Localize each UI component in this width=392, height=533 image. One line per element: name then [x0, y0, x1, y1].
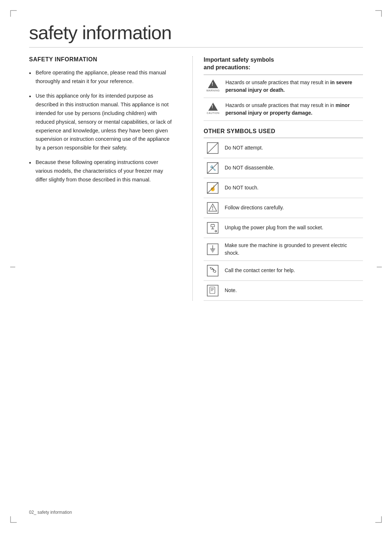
- caution-description: Hazards or unsafe practices that may res…: [225, 102, 329, 108]
- svg-rect-27: [210, 287, 215, 294]
- page: safety information SAFETY INFORMATION Be…: [0, 0, 392, 533]
- side-dash-left: [10, 267, 15, 267]
- note-icon: [207, 284, 219, 297]
- svg-line-1: [207, 143, 218, 153]
- table-row: Note.: [204, 280, 363, 300]
- side-dash-right: [377, 267, 382, 267]
- corner-mark-br: [375, 516, 382, 523]
- other-symbols-title: OTHER SYMBOLS USED: [204, 128, 363, 135]
- call-center-icon-cell: [204, 261, 222, 280]
- note-icon-cell: [204, 280, 222, 300]
- warning-description: Hazards or unsafe practices that may res…: [225, 79, 329, 85]
- vertical-divider: [192, 56, 193, 301]
- grounding-icon: [207, 243, 219, 255]
- table-row: Do NOT attempt.: [204, 138, 363, 158]
- list-item: Because these following operating instru…: [29, 158, 174, 184]
- svg-point-11: [212, 209, 213, 210]
- important-symbols-header: Important safety symbols and precautions…: [204, 56, 363, 75]
- table-row: ☝ Do NOT touch.: [204, 178, 363, 198]
- warning-icon: WARNING: [207, 80, 220, 93]
- page-header: safety information: [29, 22, 363, 48]
- do-not-touch-icon-cell: ☝: [204, 178, 222, 198]
- list-item: Use this appliance only for its intended…: [29, 92, 174, 152]
- table-row: Follow directions carefully.: [204, 198, 363, 218]
- caution-icon-cell: CAUTION: [204, 98, 222, 120]
- follow-directions-icon-cell: [204, 198, 222, 218]
- do-not-disassemble-text: Do NOT disassemble.: [222, 158, 363, 178]
- important-symbols-title: Important safety symbols and precautions…: [204, 56, 363, 71]
- caution-icon: CAUTION: [207, 103, 220, 116]
- do-not-attempt-text: Do NOT attempt.: [222, 138, 363, 158]
- unplug-icon-cell: [204, 218, 222, 238]
- warning-triangle: [208, 79, 218, 88]
- content-columns: SAFETY INFORMATION Before operating the …: [29, 56, 363, 301]
- do-not-disassemble-icon-cell: 🔧: [204, 158, 222, 178]
- grounding-text: Make sure the machine is grounded to pre…: [222, 238, 363, 261]
- svg-rect-13: [211, 225, 215, 227]
- svg-line-4: [207, 163, 218, 173]
- svg-rect-25: [207, 265, 218, 276]
- do-not-touch-text: Do NOT touch.: [222, 178, 363, 198]
- page-title: safety information: [29, 22, 363, 44]
- corner-mark-tl: [10, 10, 17, 17]
- right-column: Important safety symbols and precautions…: [196, 56, 363, 301]
- caution-text-cell: Hazards or unsafe practices that may res…: [222, 98, 363, 120]
- table-row: Call the contact center for help.: [204, 261, 363, 280]
- footer-text: 02_ safety information: [29, 510, 72, 515]
- caution-row: CAUTION Hazards or unsafe practices that…: [204, 98, 363, 120]
- left-column: SAFETY INFORMATION Before operating the …: [29, 56, 189, 190]
- do-not-disassemble-icon: 🔧: [207, 162, 219, 174]
- warning-row: WARNING Hazards or unsafe practices that…: [204, 75, 363, 98]
- caution-triangle: [208, 103, 218, 111]
- unplug-icon: [207, 222, 219, 234]
- grounding-icon-cell: [204, 238, 222, 261]
- do-not-attempt-icon: [207, 142, 219, 154]
- note-text: Note.: [222, 280, 363, 300]
- call-center-text: Call the contact center for help.: [222, 261, 363, 280]
- safety-info-heading: SAFETY INFORMATION: [29, 56, 174, 63]
- warning-text-cell: Hazards or unsafe practices that may res…: [222, 75, 363, 98]
- caution-label: CAUTION: [207, 111, 220, 115]
- follow-directions-text: Follow directions carefully.: [222, 198, 363, 218]
- table-row: Unplug the power plug from the wall sock…: [204, 218, 363, 238]
- page-footer: 02_ safety information: [29, 510, 72, 515]
- other-symbols-table: Do NOT attempt. 🔧 Do NOT disassem: [204, 138, 363, 301]
- other-symbols-header: OTHER SYMBOLS USED: [204, 128, 363, 138]
- list-item: Before operating the appliance, please r…: [29, 69, 174, 86]
- call-center-icon: [207, 265, 219, 277]
- warning-icon-cell: WARNING: [204, 75, 222, 98]
- corner-mark-bl: [10, 516, 17, 523]
- svg-line-7: [207, 183, 218, 193]
- do-not-touch-icon: ☝: [207, 182, 219, 194]
- do-not-attempt-icon-cell: [204, 138, 222, 158]
- follow-directions-icon: [207, 202, 219, 214]
- warning-caution-table: WARNING Hazards or unsafe practices that…: [204, 75, 363, 121]
- unplug-text: Unplug the power plug from the wall sock…: [222, 218, 363, 238]
- corner-mark-tr: [375, 10, 382, 17]
- warning-label: WARNING: [206, 89, 220, 93]
- table-row: 🔧 Do NOT disassemble.: [204, 158, 363, 178]
- table-row: Make sure the machine is grounded to pre…: [204, 238, 363, 261]
- safety-bullet-list: Before operating the appliance, please r…: [29, 69, 174, 184]
